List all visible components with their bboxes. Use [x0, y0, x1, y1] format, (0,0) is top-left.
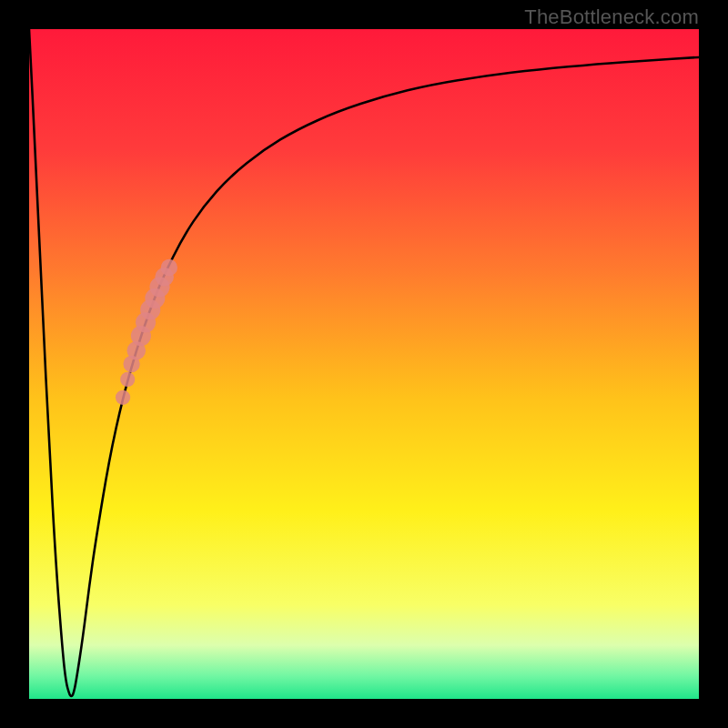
- bottleneck-curve: [29, 29, 699, 699]
- svg-point-11: [161, 259, 177, 276]
- watermark-text: TheBottleneck.com: [524, 5, 699, 29]
- chart-frame: TheBottleneck.com: [0, 0, 728, 728]
- svg-point-2: [120, 372, 135, 387]
- plot-area: [29, 29, 699, 699]
- svg-point-1: [116, 390, 130, 405]
- highlight-markers: [116, 259, 177, 405]
